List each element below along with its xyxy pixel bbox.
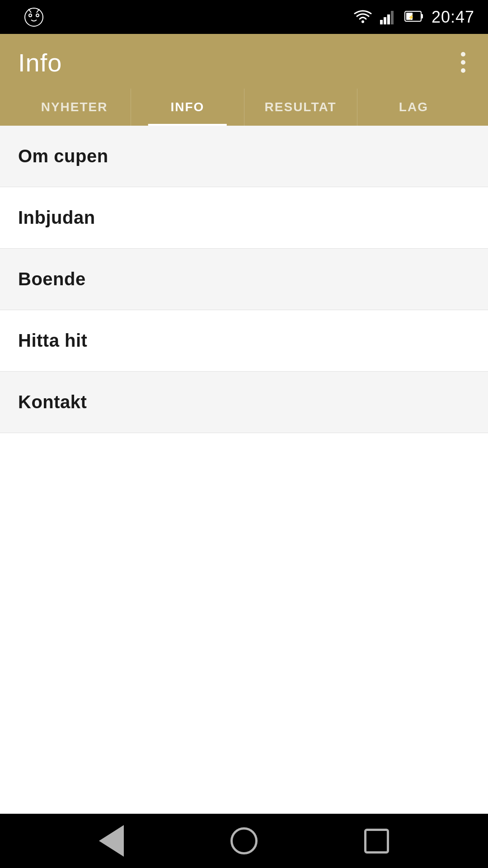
svg-point-4 — [37, 14, 38, 16]
svg-point-0 — [25, 8, 43, 26]
more-dot-2 — [461, 60, 465, 65]
tabs-container: NYHETER INFO RESULTAT LAG — [18, 89, 470, 126]
tab-info[interactable]: INFO — [131, 89, 244, 126]
main-content: Om cupen Inbjudan Boende Hitta hit Konta… — [0, 126, 488, 814]
svg-rect-9 — [384, 17, 386, 24]
battery-icon: ⚡ — [404, 9, 423, 25]
list-item-hitta-hit[interactable]: Hitta hit — [0, 310, 488, 372]
svg-text:⚡: ⚡ — [408, 14, 414, 20]
app-header: Info NYHETER INFO RESULTAT LAG — [0, 34, 488, 126]
list-item-inbjudan[interactable]: Inbjudan — [0, 187, 488, 249]
svg-point-7 — [361, 20, 364, 23]
list-item-kontakt[interactable]: Kontakt — [0, 372, 488, 433]
app-icon — [23, 6, 45, 28]
list-item-boende[interactable]: Boende — [0, 249, 488, 310]
status-time: 20:47 — [432, 8, 474, 27]
recent-apps-icon — [364, 829, 389, 854]
status-icons: ⚡ 20:47 — [354, 8, 474, 27]
tab-lag[interactable]: LAG — [357, 89, 470, 126]
svg-rect-8 — [380, 20, 383, 24]
status-bar: ⚡ 20:47 — [0, 0, 488, 34]
wifi-icon — [354, 9, 372, 25]
status-bar-left — [14, 6, 345, 28]
recent-apps-button[interactable] — [358, 823, 394, 859]
tab-nyheter[interactable]: NYHETER — [18, 89, 131, 126]
bottom-nav — [0, 814, 488, 868]
svg-rect-11 — [391, 11, 394, 24]
tab-resultat[interactable]: RESULTAT — [244, 89, 357, 126]
list-item-om-cupen[interactable]: Om cupen — [0, 126, 488, 187]
home-button[interactable] — [226, 823, 262, 859]
back-icon — [99, 825, 124, 857]
signal-icon — [380, 8, 396, 26]
home-icon — [230, 827, 258, 854]
more-dot-1 — [461, 52, 465, 57]
svg-rect-13 — [421, 14, 423, 19]
more-dot-3 — [461, 68, 465, 73]
back-button[interactable] — [94, 823, 130, 859]
svg-point-3 — [29, 14, 31, 16]
more-menu-button[interactable] — [456, 47, 470, 77]
page-title: Info — [18, 48, 62, 77]
svg-rect-10 — [387, 14, 390, 24]
header-top: Info — [18, 47, 470, 89]
